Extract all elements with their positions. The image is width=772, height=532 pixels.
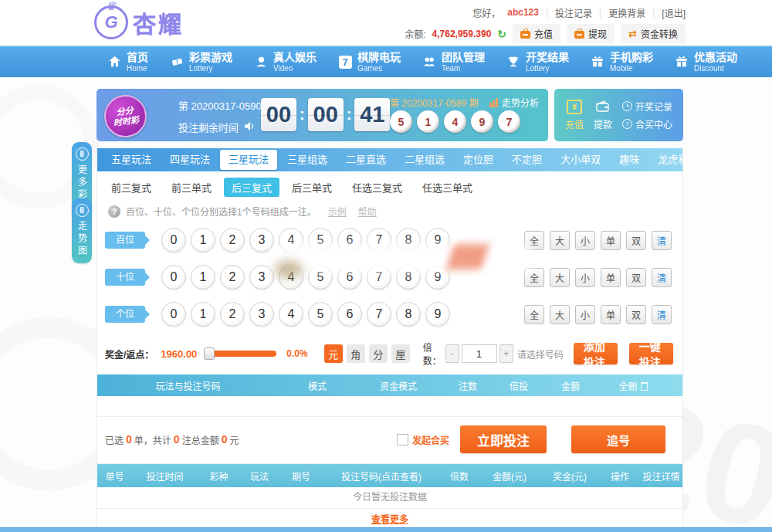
number-ball[interactable]: 9: [425, 228, 450, 252]
quick-select-button[interactable]: 双: [626, 231, 646, 250]
play-method-tab[interactable]: 龙虎和: [649, 150, 696, 170]
quick-select-button[interactable]: 双: [626, 305, 646, 324]
play-method-tab[interactable]: 定位胆: [455, 150, 502, 170]
unit-button[interactable]: 厘: [391, 344, 410, 363]
unit-button[interactable]: 分: [369, 344, 388, 363]
example-link[interactable]: 示例: [328, 205, 347, 218]
change-background-link[interactable]: 更换背景: [608, 6, 645, 19]
group-buy-center-link[interactable]: 合买中心: [622, 117, 672, 130]
help-link[interactable]: 帮助: [358, 205, 377, 218]
number-ball[interactable]: 7: [367, 302, 391, 327]
quick-select-button[interactable]: 单: [601, 305, 621, 324]
number-ball[interactable]: 2: [220, 228, 245, 252]
unit-button[interactable]: 元: [324, 344, 343, 363]
number-ball[interactable]: 4: [279, 302, 303, 327]
play-method-tab[interactable]: 二星直选: [337, 150, 394, 170]
number-ball[interactable]: 7: [367, 265, 391, 290]
play-method-tab[interactable]: 三星组选: [279, 150, 336, 170]
quick-select-button[interactable]: 小: [575, 268, 595, 287]
number-ball[interactable]: 0: [161, 302, 186, 327]
logout-link[interactable]: [退出]: [662, 6, 686, 19]
trend-analysis-link[interactable]: 走势分析: [489, 96, 539, 109]
number-ball[interactable]: 3: [249, 302, 274, 327]
number-ball[interactable]: 9: [425, 265, 450, 290]
number-ball[interactable]: 7: [367, 228, 391, 252]
group-buy-option[interactable]: 发起合买: [397, 433, 449, 446]
number-ball[interactable]: 6: [337, 265, 362, 290]
quick-select-button[interactable]: 清: [652, 231, 672, 250]
recharge-button[interactable]: 充值: [513, 24, 560, 43]
number-ball[interactable]: 1: [191, 302, 215, 327]
number-ball[interactable]: 5: [308, 302, 333, 327]
play-method-tab[interactable]: 不定胆: [503, 150, 550, 170]
quick-select-button[interactable]: 单: [601, 268, 621, 287]
quick-select-button[interactable]: 小: [575, 305, 595, 324]
multiplier-minus-button[interactable]: -: [445, 344, 459, 363]
number-ball[interactable]: 5: [308, 265, 333, 290]
nav-item-home[interactable]: 首页Home: [107, 51, 148, 72]
number-ball[interactable]: 3: [249, 228, 274, 252]
multiplier-plus-button[interactable]: +: [499, 344, 513, 363]
speaker-icon[interactable]: [244, 121, 256, 134]
quick-select-button[interactable]: 清: [652, 305, 672, 324]
number-ball[interactable]: 0: [161, 228, 186, 252]
withdraw-button[interactable]: 提现: [567, 24, 615, 43]
panel-withdraw-button[interactable]: 提款: [594, 100, 612, 130]
bet-now-button[interactable]: 立即投注: [460, 425, 547, 453]
multiplier-input[interactable]: 1: [462, 344, 497, 363]
quick-select-button[interactable]: 大: [550, 268, 570, 287]
add-bet-button[interactable]: 添加投注: [574, 343, 618, 364]
number-ball[interactable]: 8: [396, 265, 421, 290]
number-ball[interactable]: 5: [308, 228, 333, 252]
number-ball[interactable]: 8: [396, 302, 421, 327]
number-ball[interactable]: 0: [161, 265, 186, 290]
view-more-link[interactable]: 查看更多: [371, 514, 408, 525]
panel-recharge-button[interactable]: 充值: [565, 100, 584, 130]
play-method-tab[interactable]: 五星玩法: [103, 150, 160, 170]
slider-handle[interactable]: [204, 347, 215, 360]
quick-select-button[interactable]: 小: [575, 231, 595, 250]
number-ball[interactable]: 3: [249, 265, 274, 290]
trend-chart-badge[interactable]: 走势图: [72, 198, 92, 263]
sub-method-tab[interactable]: 任选三复式: [344, 178, 410, 197]
sub-method-tab[interactable]: 任选三单式: [415, 178, 480, 197]
number-ball[interactable]: 4: [279, 228, 303, 252]
chase-number-button[interactable]: 追号: [571, 425, 665, 453]
number-ball[interactable]: 2: [220, 265, 245, 290]
nav-item-lottery-games[interactable]: 彩票游戏Lottery: [169, 51, 232, 72]
play-method-tab[interactable]: 四星玩法: [161, 150, 218, 170]
group-buy-checkbox[interactable]: [397, 434, 408, 446]
play-method-tab[interactable]: 大小单双: [552, 150, 609, 170]
quick-select-button[interactable]: 全: [524, 305, 544, 324]
draw-records-link[interactable]: 开奖记录: [622, 100, 672, 113]
quick-select-button[interactable]: 大: [550, 231, 570, 250]
number-ball[interactable]: 9: [425, 302, 450, 327]
play-method-tab[interactable]: 三星玩法: [220, 150, 277, 170]
sub-method-tab[interactable]: 前三单式: [164, 178, 219, 197]
sub-method-tab[interactable]: 后三单式: [284, 178, 340, 197]
quick-select-button[interactable]: 全: [524, 268, 544, 287]
unit-button[interactable]: 角: [347, 344, 365, 363]
nav-item-mobile[interactable]: 手机购彩Mobile: [590, 51, 653, 72]
rebate-slider[interactable]: [205, 351, 276, 357]
number-ball[interactable]: 6: [337, 302, 362, 327]
nav-item-results[interactable]: 开奖结果Lottery: [506, 51, 569, 72]
quick-select-button[interactable]: 清: [652, 268, 672, 287]
number-ball[interactable]: 4: [279, 265, 303, 290]
play-method-tab[interactable]: 二星组选: [396, 150, 453, 170]
number-ball[interactable]: 1: [191, 228, 215, 252]
nav-item-team[interactable]: 团队管理Team: [422, 51, 485, 72]
nav-item-live-casino[interactable]: 真人娱乐Video: [253, 51, 317, 72]
number-ball[interactable]: 6: [337, 228, 362, 252]
one-key-bet-button[interactable]: 一键投注: [629, 343, 673, 364]
bet-records-link[interactable]: 投注记录: [555, 6, 592, 19]
sub-method-tab[interactable]: 后三复式: [224, 178, 279, 197]
number-ball[interactable]: 1: [191, 265, 215, 290]
refresh-balance-icon[interactable]: [497, 28, 506, 40]
nav-item-games[interactable]: 棋牌电玩Games: [337, 51, 401, 72]
quick-select-button[interactable]: 大: [550, 305, 570, 324]
quick-select-button[interactable]: 单: [601, 231, 621, 250]
quick-select-button[interactable]: 双: [626, 268, 646, 287]
number-ball[interactable]: 8: [396, 228, 421, 252]
transfer-button[interactable]: 资金转换: [621, 24, 686, 43]
